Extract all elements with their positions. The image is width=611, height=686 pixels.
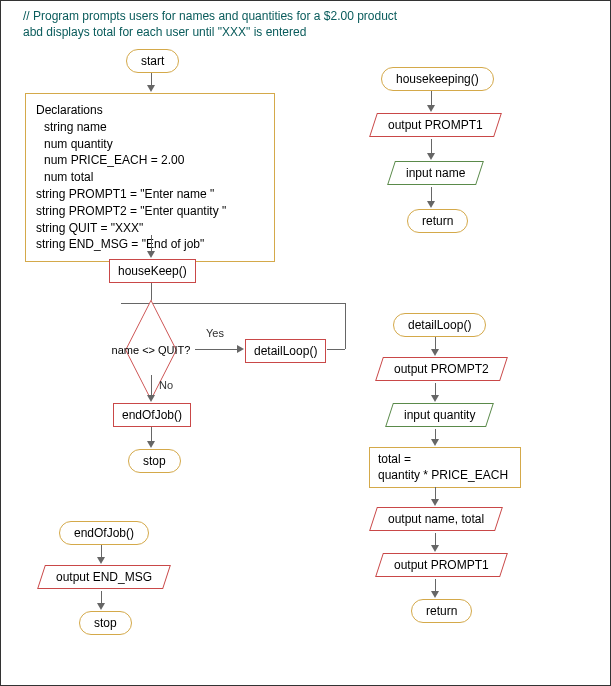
arrowhead (427, 201, 435, 208)
decl-title: Declarations (36, 102, 264, 119)
decl-l4: num total (36, 169, 264, 186)
yes-label: Yes (206, 327, 224, 339)
decl-l3: num PRICE_EACH = 2.00 (36, 152, 264, 169)
arrowhead (147, 441, 155, 448)
arrow (195, 349, 239, 350)
output-end-msg-text: output END_MSG (56, 570, 152, 584)
comment-line1: // Program prompts users for names and q… (23, 9, 397, 25)
hk-output-prompt1: output PROMPT1 (373, 113, 498, 137)
endofjob-call: endOfJob() (113, 403, 191, 427)
dl-output-name-total-text: output name, total (388, 512, 484, 526)
dl-calc-l1: total = (378, 452, 512, 468)
hk-input-name: input name (391, 161, 480, 185)
dl-calc-total: total = quantity * PRICE_EACH (369, 447, 521, 488)
arrowhead (431, 545, 439, 552)
dl-return: return (411, 599, 472, 623)
arrowhead (427, 105, 435, 112)
arrow (181, 303, 345, 304)
arrow (345, 303, 346, 349)
hk-output-prompt1-text: output PROMPT1 (388, 118, 483, 132)
decl-l7: string QUIT = "XXX" (36, 220, 264, 237)
detailloop-sub-name: detailLoop() (393, 313, 486, 337)
arrowhead (431, 395, 439, 402)
flowchart-canvas: // Program prompts users for names and q… (0, 0, 611, 686)
decision-label: name <> QUIT? (106, 325, 196, 375)
dl-calc-l2: quantity * PRICE_EACH (378, 468, 512, 484)
endofjob-sub-name: endOfJob() (59, 521, 149, 545)
arrowhead (431, 499, 439, 506)
hk-return: return (407, 209, 468, 233)
dl-output-prompt2: output PROMPT2 (379, 357, 504, 381)
dl-output-prompt1: output PROMPT1 (379, 553, 504, 577)
dl-input-quantity-text: input quantity (404, 408, 475, 422)
arrowhead (431, 591, 439, 598)
dl-output-name-total: output name, total (373, 507, 499, 531)
stop-terminal: stop (128, 449, 181, 473)
arrowhead (431, 439, 439, 446)
arrowhead (147, 85, 155, 92)
arrow (327, 349, 345, 350)
dl-input-quantity: input quantity (389, 403, 490, 427)
dl-output-prompt2-text: output PROMPT2 (394, 362, 489, 376)
comment-line2: abd displays total for each user until "… (23, 25, 397, 41)
housekeep-call: houseKeep() (109, 259, 196, 283)
decl-l5: string PROMPT1 = "Enter name " (36, 186, 264, 203)
arrowhead (237, 345, 244, 353)
arrowhead (147, 251, 155, 258)
no-label: No (159, 379, 173, 391)
decision-name-quit: name <> QUIT? (106, 325, 196, 375)
decl-l6: string PROMPT2 = "Enter quantity " (36, 203, 264, 220)
arrowhead (97, 557, 105, 564)
housekeeping-sub-name: housekeeping() (381, 67, 494, 91)
decl-l1: string name (36, 119, 264, 136)
output-end-msg: output END_MSG (41, 565, 167, 589)
arrowhead (97, 603, 105, 610)
start-terminal: start (126, 49, 179, 73)
endofjob-stop: stop (79, 611, 132, 635)
decl-l2: num quantity (36, 136, 264, 153)
program-comment: // Program prompts users for names and q… (23, 9, 397, 40)
dl-output-prompt1-text: output PROMPT1 (394, 558, 489, 572)
arrowhead (427, 153, 435, 160)
declarations-box: Declarations string name num quantity nu… (25, 93, 275, 262)
detailloop-call: detailLoop() (245, 339, 326, 363)
arrowhead (147, 395, 155, 402)
arrow (151, 375, 152, 397)
hk-input-name-text: input name (406, 166, 465, 180)
arrowhead (431, 349, 439, 356)
